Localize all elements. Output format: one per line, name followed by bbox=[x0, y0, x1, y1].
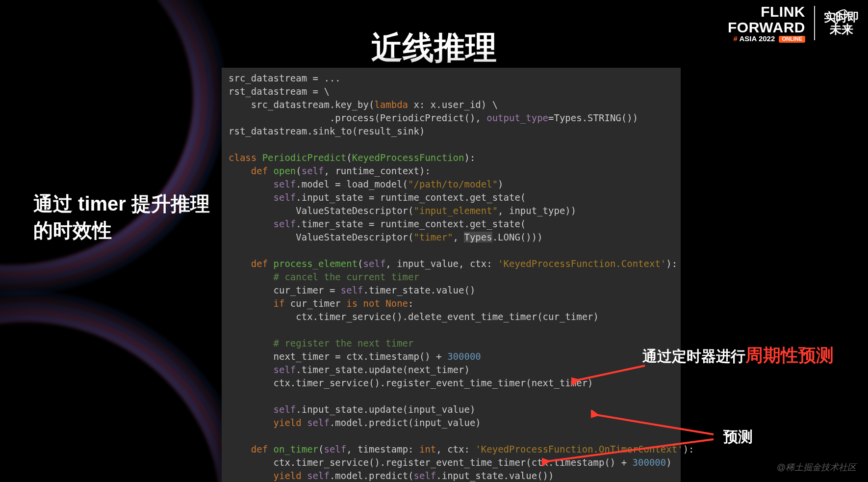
code-line: .input_state = runtime_context.get_state… bbox=[296, 192, 526, 203]
svg-point-0 bbox=[840, 13, 842, 14]
code-line: rst_datastream.sink_to(result_sink) bbox=[229, 126, 425, 136]
code-line: .timer_state.update(next_timer) bbox=[296, 364, 470, 375]
code-keyword: def bbox=[229, 258, 268, 269]
slide-title: 近线推理 bbox=[0, 27, 868, 69]
code-line: ValueStateDescriptor( bbox=[229, 232, 414, 242]
svg-line-3 bbox=[547, 439, 714, 461]
code-keyword: yield bbox=[229, 417, 302, 428]
code-line: .model = load_model( bbox=[296, 179, 408, 189]
code-line: x: x.user_id) \ bbox=[408, 99, 498, 110]
code-keyword: if bbox=[229, 298, 284, 309]
code-line: : bbox=[408, 298, 413, 309]
code-line: src_datastream.key_by( bbox=[229, 99, 374, 110]
decorative-swirl bbox=[0, 296, 235, 482]
code-line: src_datastream = ... bbox=[229, 73, 341, 83]
code-func: open bbox=[268, 165, 296, 176]
code-line: .model.predict(input_value) bbox=[330, 417, 481, 428]
code-string: "timer" bbox=[414, 232, 453, 242]
code-line: .input_state.update(input_value) bbox=[296, 404, 475, 415]
code-line: next_timer = ctx.timestamp() + bbox=[229, 351, 447, 362]
code-func: process_element bbox=[268, 258, 357, 269]
side-caption: 通过 timer 提升推理的时效性 bbox=[33, 190, 220, 243]
code-line: ( bbox=[318, 444, 324, 455]
code-classname: KeyedProcessFunction bbox=[352, 152, 464, 163]
annotation-periodic: 通过定时器进行周期性预测 bbox=[642, 344, 834, 368]
code-line: ( bbox=[346, 152, 352, 163]
code-line: , bbox=[453, 232, 464, 242]
code-self: self bbox=[324, 444, 346, 455]
code-line: ValueStateDescriptor( bbox=[229, 205, 414, 216]
code-keyword: class bbox=[229, 152, 256, 163]
code-classname: PeriodicPredict bbox=[256, 152, 346, 163]
code-line: .LONG())) bbox=[492, 232, 543, 242]
svg-line-1 bbox=[576, 366, 645, 380]
svg-line-2 bbox=[596, 415, 714, 434]
code-self: self bbox=[302, 165, 324, 176]
code-line: .model.predict( bbox=[330, 470, 414, 481]
code-self: self bbox=[363, 258, 386, 269]
code-sel: Types bbox=[464, 232, 492, 242]
code-param: output_type bbox=[486, 112, 548, 123]
code-line: .process(PeriodicPredict(), bbox=[229, 112, 486, 123]
code-number: 300000 bbox=[447, 351, 481, 362]
code-line: , input_type)) bbox=[498, 205, 576, 216]
arrow-icon bbox=[591, 410, 718, 439]
arrow-icon bbox=[571, 363, 650, 385]
code-line: .timer_state.value() bbox=[363, 285, 476, 295]
code-line: ctx.timer_service().delete_event_time_ti… bbox=[229, 311, 599, 322]
code-line: ): bbox=[666, 258, 677, 269]
code-line: .input_state.value()) bbox=[436, 470, 554, 481]
code-line: , input_value, ctx: bbox=[385, 258, 498, 269]
arrow-icon bbox=[542, 437, 718, 466]
code-line: , timestamp: bbox=[346, 444, 419, 455]
annotation-predict: 预测 bbox=[723, 427, 753, 447]
code-line: ) bbox=[498, 179, 503, 189]
code-self: self bbox=[414, 470, 436, 481]
code-string: "/path/to/model" bbox=[408, 179, 498, 189]
code-line: cur_timer = bbox=[229, 285, 341, 295]
code-self: self bbox=[229, 404, 296, 415]
code-self: self bbox=[302, 470, 330, 481]
code-self: self bbox=[229, 218, 296, 229]
annotation-text: 通过定时器进行 bbox=[642, 348, 745, 364]
annotation-highlight: 周期性预测 bbox=[745, 345, 834, 365]
code-line: cur_timer bbox=[284, 298, 346, 309]
code-string: "input_element" bbox=[414, 205, 498, 216]
watermark: @稀土掘金技术社区 bbox=[777, 461, 856, 473]
code-func: on_timer bbox=[268, 444, 318, 455]
code-comment: # register the next timer bbox=[229, 338, 414, 348]
code-line: rst_datastream = \ bbox=[229, 86, 330, 97]
code-self: self bbox=[229, 364, 296, 375]
code-self: self bbox=[341, 285, 363, 295]
code-type: int bbox=[419, 444, 436, 455]
code-line: =Types.STRING()) bbox=[548, 112, 638, 123]
code-string: 'KeyedProcessFunction.Context' bbox=[498, 258, 666, 269]
code-self: self bbox=[229, 179, 296, 189]
code-line: ( bbox=[296, 165, 301, 176]
code-line: ctx.timer_service().register_event_time_… bbox=[229, 377, 593, 388]
code-keyword: yield bbox=[229, 470, 302, 481]
code-line: ): bbox=[464, 152, 475, 163]
code-line: .timer_state = runtime_context.get_state… bbox=[296, 218, 526, 229]
code-line: ( bbox=[357, 258, 363, 269]
code-self: self bbox=[229, 192, 296, 203]
code-keyword: is not None bbox=[346, 298, 408, 309]
code-keyword: lambda bbox=[374, 99, 408, 110]
code-keyword: def bbox=[229, 444, 268, 455]
code-self: self bbox=[302, 417, 330, 428]
flink-squirrel-icon bbox=[830, 7, 849, 27]
code-keyword: def bbox=[229, 165, 268, 176]
code-line: , runtime_context): bbox=[324, 165, 431, 176]
logo-line1: FLINK bbox=[728, 4, 805, 20]
code-line: , ctx: bbox=[436, 444, 475, 455]
code-comment: # cancel the current timer bbox=[229, 271, 419, 282]
